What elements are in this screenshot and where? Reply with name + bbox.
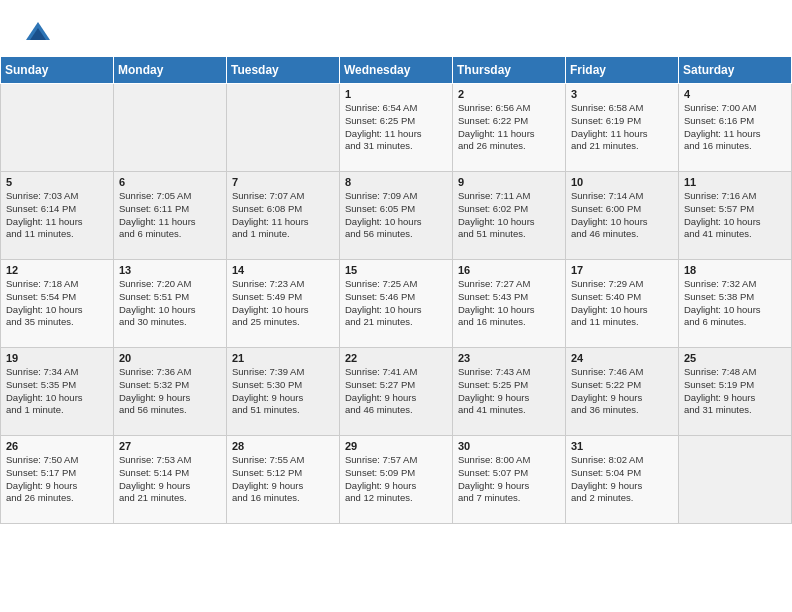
day-cell: 18Sunrise: 7:32 AMSunset: 5:38 PMDayligh… [679, 260, 792, 348]
day-number: 19 [6, 352, 108, 364]
day-cell: 15Sunrise: 7:25 AMSunset: 5:46 PMDayligh… [340, 260, 453, 348]
day-number: 23 [458, 352, 560, 364]
day-cell: 28Sunrise: 7:55 AMSunset: 5:12 PMDayligh… [227, 436, 340, 524]
day-number: 28 [232, 440, 334, 452]
day-cell: 16Sunrise: 7:27 AMSunset: 5:43 PMDayligh… [453, 260, 566, 348]
day-info: Sunrise: 7:36 AMSunset: 5:32 PMDaylight:… [119, 366, 221, 417]
day-cell: 26Sunrise: 7:50 AMSunset: 5:17 PMDayligh… [1, 436, 114, 524]
day-cell: 4Sunrise: 7:00 AMSunset: 6:16 PMDaylight… [679, 84, 792, 172]
day-number: 29 [345, 440, 447, 452]
day-cell: 1Sunrise: 6:54 AMSunset: 6:25 PMDaylight… [340, 84, 453, 172]
day-number: 27 [119, 440, 221, 452]
header-cell-sunday: Sunday [1, 57, 114, 84]
day-number: 5 [6, 176, 108, 188]
day-cell [227, 84, 340, 172]
day-info: Sunrise: 7:07 AMSunset: 6:08 PMDaylight:… [232, 190, 334, 241]
header-cell-thursday: Thursday [453, 57, 566, 84]
header-cell-tuesday: Tuesday [227, 57, 340, 84]
day-info: Sunrise: 7:50 AMSunset: 5:17 PMDaylight:… [6, 454, 108, 505]
day-number: 7 [232, 176, 334, 188]
day-cell: 19Sunrise: 7:34 AMSunset: 5:35 PMDayligh… [1, 348, 114, 436]
header-cell-wednesday: Wednesday [340, 57, 453, 84]
calendar-header: SundayMondayTuesdayWednesdayThursdayFrid… [1, 57, 792, 84]
header [0, 0, 792, 56]
week-row-2: 5Sunrise: 7:03 AMSunset: 6:14 PMDaylight… [1, 172, 792, 260]
day-cell: 24Sunrise: 7:46 AMSunset: 5:22 PMDayligh… [566, 348, 679, 436]
day-cell: 9Sunrise: 7:11 AMSunset: 6:02 PMDaylight… [453, 172, 566, 260]
week-row-3: 12Sunrise: 7:18 AMSunset: 5:54 PMDayligh… [1, 260, 792, 348]
day-info: Sunrise: 7:27 AMSunset: 5:43 PMDaylight:… [458, 278, 560, 329]
day-cell: 29Sunrise: 7:57 AMSunset: 5:09 PMDayligh… [340, 436, 453, 524]
day-number: 24 [571, 352, 673, 364]
day-info: Sunrise: 7:00 AMSunset: 6:16 PMDaylight:… [684, 102, 786, 153]
day-number: 26 [6, 440, 108, 452]
day-number: 2 [458, 88, 560, 100]
day-cell: 31Sunrise: 8:02 AMSunset: 5:04 PMDayligh… [566, 436, 679, 524]
day-info: Sunrise: 6:56 AMSunset: 6:22 PMDaylight:… [458, 102, 560, 153]
day-info: Sunrise: 8:02 AMSunset: 5:04 PMDaylight:… [571, 454, 673, 505]
logo-icon [24, 18, 52, 46]
day-info: Sunrise: 7:16 AMSunset: 5:57 PMDaylight:… [684, 190, 786, 241]
day-info: Sunrise: 6:58 AMSunset: 6:19 PMDaylight:… [571, 102, 673, 153]
logo [24, 18, 58, 46]
day-cell: 7Sunrise: 7:07 AMSunset: 6:08 PMDaylight… [227, 172, 340, 260]
day-number: 15 [345, 264, 447, 276]
day-number: 17 [571, 264, 673, 276]
week-row-5: 26Sunrise: 7:50 AMSunset: 5:17 PMDayligh… [1, 436, 792, 524]
header-row: SundayMondayTuesdayWednesdayThursdayFrid… [1, 57, 792, 84]
day-info: Sunrise: 7:18 AMSunset: 5:54 PMDaylight:… [6, 278, 108, 329]
day-info: Sunrise: 7:29 AMSunset: 5:40 PMDaylight:… [571, 278, 673, 329]
day-info: Sunrise: 7:57 AMSunset: 5:09 PMDaylight:… [345, 454, 447, 505]
day-info: Sunrise: 7:23 AMSunset: 5:49 PMDaylight:… [232, 278, 334, 329]
day-cell: 10Sunrise: 7:14 AMSunset: 6:00 PMDayligh… [566, 172, 679, 260]
day-number: 4 [684, 88, 786, 100]
day-info: Sunrise: 7:32 AMSunset: 5:38 PMDaylight:… [684, 278, 786, 329]
day-number: 1 [345, 88, 447, 100]
day-number: 20 [119, 352, 221, 364]
day-cell: 27Sunrise: 7:53 AMSunset: 5:14 PMDayligh… [114, 436, 227, 524]
day-info: Sunrise: 7:25 AMSunset: 5:46 PMDaylight:… [345, 278, 447, 329]
day-number: 14 [232, 264, 334, 276]
day-number: 18 [684, 264, 786, 276]
day-cell: 17Sunrise: 7:29 AMSunset: 5:40 PMDayligh… [566, 260, 679, 348]
day-cell: 20Sunrise: 7:36 AMSunset: 5:32 PMDayligh… [114, 348, 227, 436]
day-cell: 2Sunrise: 6:56 AMSunset: 6:22 PMDaylight… [453, 84, 566, 172]
day-cell: 5Sunrise: 7:03 AMSunset: 6:14 PMDaylight… [1, 172, 114, 260]
week-row-4: 19Sunrise: 7:34 AMSunset: 5:35 PMDayligh… [1, 348, 792, 436]
day-cell: 12Sunrise: 7:18 AMSunset: 5:54 PMDayligh… [1, 260, 114, 348]
day-number: 13 [119, 264, 221, 276]
day-info: Sunrise: 7:11 AMSunset: 6:02 PMDaylight:… [458, 190, 560, 241]
day-info: Sunrise: 7:46 AMSunset: 5:22 PMDaylight:… [571, 366, 673, 417]
day-info: Sunrise: 7:55 AMSunset: 5:12 PMDaylight:… [232, 454, 334, 505]
day-number: 25 [684, 352, 786, 364]
day-number: 10 [571, 176, 673, 188]
day-cell: 11Sunrise: 7:16 AMSunset: 5:57 PMDayligh… [679, 172, 792, 260]
day-info: Sunrise: 7:03 AMSunset: 6:14 PMDaylight:… [6, 190, 108, 241]
day-info: Sunrise: 7:05 AMSunset: 6:11 PMDaylight:… [119, 190, 221, 241]
day-number: 22 [345, 352, 447, 364]
day-cell: 3Sunrise: 6:58 AMSunset: 6:19 PMDaylight… [566, 84, 679, 172]
day-info: Sunrise: 7:14 AMSunset: 6:00 PMDaylight:… [571, 190, 673, 241]
day-cell [1, 84, 114, 172]
day-number: 6 [119, 176, 221, 188]
calendar-body: 1Sunrise: 6:54 AMSunset: 6:25 PMDaylight… [1, 84, 792, 524]
day-info: Sunrise: 7:34 AMSunset: 5:35 PMDaylight:… [6, 366, 108, 417]
day-cell [679, 436, 792, 524]
day-number: 31 [571, 440, 673, 452]
day-info: Sunrise: 7:39 AMSunset: 5:30 PMDaylight:… [232, 366, 334, 417]
day-info: Sunrise: 8:00 AMSunset: 5:07 PMDaylight:… [458, 454, 560, 505]
day-cell: 6Sunrise: 7:05 AMSunset: 6:11 PMDaylight… [114, 172, 227, 260]
day-cell: 13Sunrise: 7:20 AMSunset: 5:51 PMDayligh… [114, 260, 227, 348]
day-info: Sunrise: 7:43 AMSunset: 5:25 PMDaylight:… [458, 366, 560, 417]
day-number: 3 [571, 88, 673, 100]
day-cell: 30Sunrise: 8:00 AMSunset: 5:07 PMDayligh… [453, 436, 566, 524]
day-info: Sunrise: 7:20 AMSunset: 5:51 PMDaylight:… [119, 278, 221, 329]
calendar-table: SundayMondayTuesdayWednesdayThursdayFrid… [0, 56, 792, 524]
day-number: 16 [458, 264, 560, 276]
header-cell-monday: Monday [114, 57, 227, 84]
day-number: 9 [458, 176, 560, 188]
day-info: Sunrise: 7:09 AMSunset: 6:05 PMDaylight:… [345, 190, 447, 241]
day-number: 21 [232, 352, 334, 364]
page: SundayMondayTuesdayWednesdayThursdayFrid… [0, 0, 792, 524]
day-number: 12 [6, 264, 108, 276]
